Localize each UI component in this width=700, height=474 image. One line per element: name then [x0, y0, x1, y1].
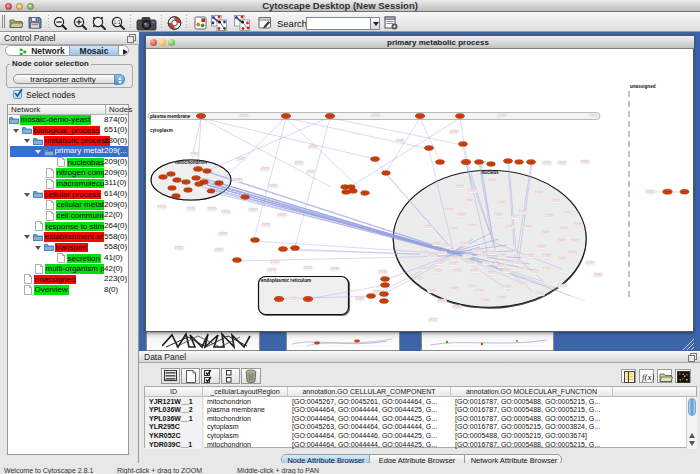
svg-text:#####: ##### — [546, 214, 554, 218]
svg-text:#####: ##### — [450, 262, 458, 266]
svg-text:#####: ##### — [289, 297, 297, 301]
svg-text:#####: ##### — [269, 184, 277, 188]
svg-text:#####: ##### — [543, 267, 551, 271]
svg-text:#####: ##### — [463, 254, 471, 258]
svg-text:#####: ##### — [498, 296, 506, 300]
svg-text:#####: ##### — [586, 261, 594, 265]
svg-text:#####: ##### — [498, 114, 506, 118]
svg-text:1:1: 1:1 — [114, 19, 121, 25]
svg-text:#####: ##### — [468, 285, 476, 289]
svg-text:plasma membrane: plasma membrane — [150, 114, 191, 119]
svg-text:#####: ##### — [503, 285, 511, 289]
svg-text:#####: ##### — [594, 273, 602, 277]
svg-text:#####: ##### — [261, 167, 269, 171]
svg-text:#####: ##### — [538, 245, 546, 249]
svg-text:#####: ##### — [307, 170, 315, 174]
svg-text:#####: ##### — [295, 161, 303, 165]
svg-text:#####: ##### — [420, 251, 428, 255]
svg-text:#####: ##### — [564, 211, 572, 215]
svg-text:#####: ##### — [590, 114, 598, 118]
svg-text:#####: ##### — [304, 266, 312, 270]
svg-text:#####: ##### — [468, 224, 476, 228]
svg-text:#####: ##### — [158, 205, 166, 209]
svg-text:#####: ##### — [498, 264, 506, 268]
svg-text:#####: ##### — [542, 231, 550, 235]
svg-text:#####: ##### — [240, 114, 248, 118]
svg-text:#####: ##### — [568, 251, 576, 255]
svg-text:#####: ##### — [450, 256, 458, 260]
svg-text:#####: ##### — [494, 213, 502, 217]
svg-text:cytoplasm: cytoplasm — [150, 128, 173, 133]
svg-text:#####: ##### — [478, 254, 486, 258]
svg-text:#####: ##### — [524, 225, 532, 229]
svg-text:#####: ##### — [356, 297, 364, 301]
svg-text:#####: ##### — [453, 305, 461, 309]
svg-text:#####: ##### — [498, 201, 506, 205]
svg-text:#####: ##### — [558, 161, 566, 165]
svg-text:#####: ##### — [466, 199, 474, 203]
svg-text:#####: ##### — [219, 232, 227, 236]
svg-text:#####: ##### — [476, 289, 484, 293]
svg-text:#####: ##### — [215, 248, 223, 252]
svg-text:#####: ##### — [471, 269, 479, 273]
svg-text:#####: ##### — [434, 269, 442, 273]
svg-text:#####: ##### — [543, 254, 551, 258]
svg-text:#####: ##### — [488, 179, 496, 183]
svg-text:#####: ##### — [458, 213, 466, 217]
svg-text:#####: ##### — [278, 213, 286, 217]
svg-text:#####: ##### — [482, 299, 490, 303]
svg-text:#####: ##### — [488, 271, 496, 275]
svg-text:#####: ##### — [271, 260, 279, 264]
svg-text:#####: ##### — [460, 242, 468, 246]
svg-text:#####: ##### — [435, 261, 443, 265]
svg-text:#####: ##### — [268, 268, 276, 272]
svg-text:#####: ##### — [191, 152, 199, 156]
svg-text:#####: ##### — [503, 269, 511, 273]
svg-text:#####: ##### — [428, 289, 436, 293]
svg-text:#####: ##### — [262, 223, 270, 227]
svg-text:#####: ##### — [518, 282, 526, 286]
svg-text:#####: ##### — [418, 267, 426, 271]
svg-text:#####: ##### — [187, 207, 195, 211]
svg-text:nucleus: nucleus — [481, 170, 499, 175]
svg-text:#####: ##### — [511, 215, 519, 219]
svg-text:#####: ##### — [498, 254, 506, 258]
svg-text:#####: ##### — [506, 225, 514, 229]
svg-text:#####: ##### — [237, 157, 245, 161]
svg-text:#####: ##### — [473, 249, 481, 253]
svg-text:#####: ##### — [581, 160, 589, 164]
svg-text:#####: ##### — [424, 225, 432, 229]
svg-text:#####: ##### — [483, 261, 491, 265]
svg-text:#####: ##### — [208, 207, 216, 211]
svg-text:#####: ##### — [396, 139, 404, 143]
svg-text:#####: ##### — [415, 277, 423, 281]
svg-text:#####: ##### — [450, 227, 458, 231]
svg-text:#####: ##### — [222, 210, 230, 214]
svg-text:#####: ##### — [443, 244, 451, 248]
svg-text:#####: ##### — [518, 267, 526, 271]
svg-text:#####: ##### — [249, 208, 257, 212]
svg-text:#####: ##### — [450, 130, 458, 134]
svg-text:#####: ##### — [519, 210, 527, 214]
svg-text:#####: ##### — [526, 254, 534, 258]
svg-text:#####: ##### — [513, 261, 521, 265]
svg-text:#####: ##### — [309, 145, 317, 149]
svg-text:#####: ##### — [468, 189, 476, 193]
svg-text:#####: ##### — [379, 270, 387, 274]
svg-text:#####: ##### — [456, 185, 464, 189]
svg-text:#####: ##### — [531, 270, 539, 274]
svg-text:#####: ##### — [488, 251, 496, 255]
svg-text:#####: ##### — [428, 254, 436, 258]
svg-text:#####: ##### — [429, 318, 437, 322]
svg-text:#####: ##### — [445, 208, 453, 212]
svg-text:#####: ##### — [453, 269, 461, 273]
svg-text:unassigned: unassigned — [630, 84, 656, 89]
svg-text:#####: ##### — [646, 190, 654, 194]
svg-text:#####: ##### — [560, 227, 568, 231]
svg-text:#####: ##### — [558, 284, 566, 288]
svg-text:#####: ##### — [552, 199, 560, 203]
svg-text:#####: ##### — [438, 251, 446, 255]
svg-text:#####: ##### — [468, 261, 476, 265]
svg-text:#####: ##### — [558, 257, 566, 261]
svg-text:#####: ##### — [574, 223, 582, 227]
